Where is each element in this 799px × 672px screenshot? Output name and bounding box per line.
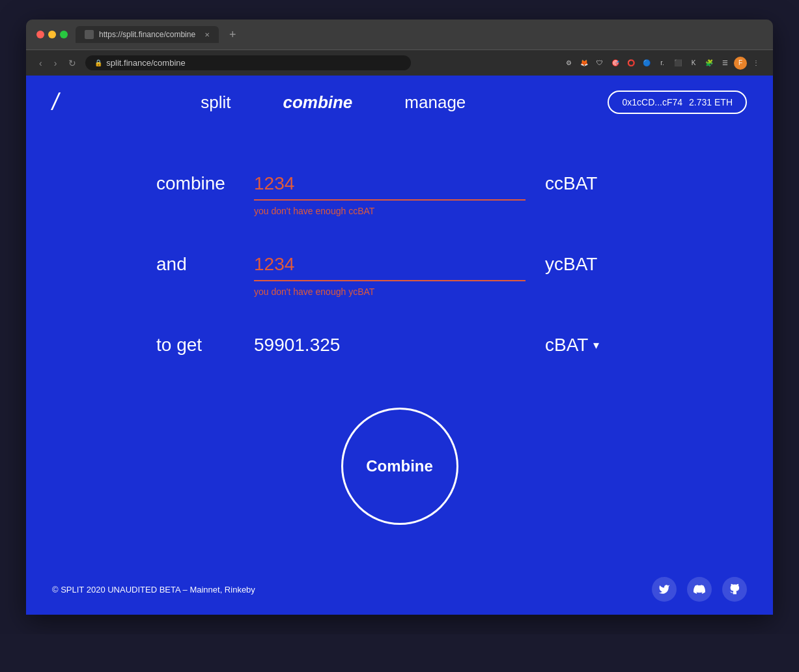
social-icons bbox=[652, 577, 747, 602]
wallet-address: 0x1cCD...cF74 bbox=[622, 97, 682, 107]
ccbat-input-section: you don't have enough ccBAT bbox=[254, 168, 526, 216]
menu-icon: ☰ bbox=[718, 57, 731, 70]
tab-title: https://split.finance/combine bbox=[99, 30, 195, 39]
combine-button-container: Combine bbox=[156, 408, 643, 525]
ycbat-error: you don't have enough ycBAT bbox=[254, 287, 526, 297]
profile-icon[interactable]: F bbox=[734, 57, 747, 70]
wallet-balance: 2.731 ETH bbox=[689, 97, 733, 107]
discord-icon[interactable] bbox=[687, 577, 712, 602]
back-button[interactable]: ‹ bbox=[36, 57, 45, 70]
to-get-row: to get cBAT ▾ bbox=[156, 329, 643, 362]
nav-manage[interactable]: manage bbox=[404, 92, 466, 113]
puzzle-icon: 🧩 bbox=[703, 57, 716, 70]
address-bar: ‹ › ↻ 🔒 split.finance/combine ⚙ 🦊 🛡 🎯 ⭕ … bbox=[26, 49, 773, 76]
r-icon: r. bbox=[656, 57, 669, 70]
logo[interactable]: / bbox=[52, 89, 59, 116]
dropdown-arrow-icon: ▾ bbox=[593, 338, 599, 352]
address-input[interactable]: 🔒 split.finance/combine bbox=[85, 55, 411, 70]
maximize-button[interactable] bbox=[60, 31, 68, 38]
target-icon: 🎯 bbox=[609, 57, 622, 70]
output-section bbox=[254, 329, 526, 362]
nav-split[interactable]: split bbox=[201, 92, 231, 113]
and-label: and bbox=[156, 249, 234, 275]
combine-row: combine you don't have enough ccBAT ccBA… bbox=[156, 168, 643, 216]
ccbat-input[interactable] bbox=[254, 168, 526, 201]
browser-actions: ⚙ 🦊 🛡 🎯 ⭕ 🔵 r. ⬛ K 🧩 ☰ F ⋮ bbox=[562, 57, 763, 70]
nav-combine[interactable]: combine bbox=[283, 92, 352, 113]
github-icon[interactable] bbox=[722, 577, 747, 602]
minimize-button[interactable] bbox=[48, 31, 56, 38]
combine-button-label: Combine bbox=[366, 457, 433, 475]
new-tab-button[interactable]: + bbox=[229, 28, 236, 42]
nav-links: split combine manage bbox=[85, 92, 582, 113]
extensions-icon: ⚙ bbox=[562, 57, 575, 70]
output-token-label: cBAT bbox=[545, 335, 588, 356]
combine-label: combine bbox=[156, 168, 234, 194]
lock-icon: 🔒 bbox=[94, 59, 102, 66]
url-display: split.finance/combine bbox=[106, 58, 185, 68]
browser-tab[interactable]: https://split.finance/combine ✕ bbox=[76, 26, 219, 43]
combine-button[interactable]: Combine bbox=[341, 408, 458, 525]
refresh-button[interactable]: ↻ bbox=[66, 57, 79, 70]
wallet-button[interactable]: 0x1cCD...cF74 2.731 ETH bbox=[608, 91, 747, 114]
ccbat-error: you don't have enough ccBAT bbox=[254, 206, 526, 216]
circle-icon: ⭕ bbox=[624, 57, 638, 70]
tab-close-icon[interactable]: ✕ bbox=[204, 31, 210, 38]
tab-favicon bbox=[85, 30, 94, 39]
window-controls bbox=[36, 31, 68, 38]
output-token-dropdown[interactable]: cBAT ▾ bbox=[545, 329, 643, 356]
orb-icon: 🔵 bbox=[640, 57, 653, 70]
twitter-icon[interactable] bbox=[652, 577, 677, 602]
shield-icon: 🛡 bbox=[593, 57, 606, 70]
ccbat-label: ccBAT bbox=[545, 168, 643, 194]
ycbat-label: ycBAT bbox=[545, 249, 643, 275]
k-icon: K bbox=[687, 57, 700, 70]
copyright-text: © SPLIT 2020 UNAUDITED BETA – Mainnet, R… bbox=[52, 585, 255, 595]
ycbat-input[interactable] bbox=[254, 249, 526, 281]
close-button[interactable] bbox=[36, 31, 44, 38]
more-icon[interactable]: ⋮ bbox=[750, 57, 763, 70]
main-nav: / split combine manage 0x1cCD...cF74 2.7… bbox=[26, 76, 773, 129]
output-input[interactable] bbox=[254, 329, 526, 362]
metamask-icon: 🦊 bbox=[578, 57, 591, 70]
ycbat-input-section: you don't have enough ycBAT bbox=[254, 249, 526, 297]
footer: © SPLIT 2020 UNAUDITED BETA – Mainnet, R… bbox=[26, 564, 773, 615]
forward-button[interactable]: › bbox=[51, 57, 60, 70]
dark-icon: ⬛ bbox=[671, 57, 684, 70]
main-content: combine you don't have enough ccBAT ccBA… bbox=[26, 129, 773, 564]
and-row: and you don't have enough ycBAT ycBAT bbox=[156, 249, 643, 297]
to-get-label: to get bbox=[156, 329, 234, 356]
